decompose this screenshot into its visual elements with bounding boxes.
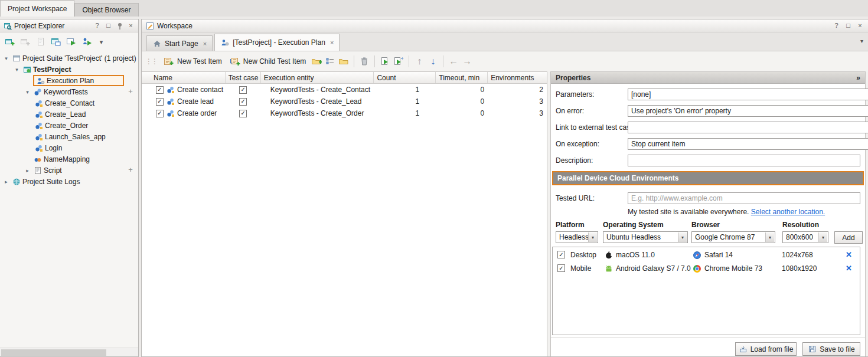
test-case-checkbox[interactable]: ✓ [239, 86, 247, 94]
tree-item-execution-plan[interactable]: Execution Plan [0, 75, 138, 86]
tree-item-namemapping[interactable]: NameMapping [0, 153, 138, 165]
add-existing-item-icon[interactable] [20, 37, 31, 47]
timeout-value[interactable]: 0 [436, 86, 488, 94]
tab-project-workspace[interactable]: Project Workspace [0, 0, 74, 17]
environment-row[interactable]: ✓ Mobile Android Galaxy S7 / 7.0 Chrome … [553, 263, 860, 274]
column-header-name[interactable]: Name [142, 72, 226, 83]
tab-list-chevron-icon[interactable]: ▾ [860, 38, 863, 44]
new-group-folder-icon[interactable] [311, 57, 322, 66]
new-child-test-item-button[interactable]: New Child Test Item [227, 55, 308, 67]
expand-arrow-icon[interactable]: ▸ [24, 168, 31, 173]
browser-dropdown[interactable]: Google Chrome 87▾ [691, 231, 775, 243]
tested-url-input[interactable] [628, 192, 860, 204]
column-header-count[interactable]: Count [374, 72, 436, 83]
scrollbar-thumb[interactable] [1, 349, 106, 356]
move-left-icon[interactable]: ← [448, 56, 459, 67]
move-right-icon[interactable]: → [462, 56, 472, 67]
add-new-item-icon[interactable] [5, 37, 15, 47]
chevron-down-icon[interactable]: ▾ [678, 232, 687, 242]
column-header-test-case[interactable]: Test case [226, 72, 261, 83]
enabled-checkbox[interactable]: ✓ [156, 86, 164, 94]
tab-start-page[interactable]: Start Page × [146, 35, 213, 51]
environment-checkbox[interactable]: ✓ [557, 251, 565, 258]
enabled-checkbox[interactable]: ✓ [156, 98, 164, 106]
horizontal-scrollbar[interactable] [0, 348, 138, 356]
link-external-field[interactable]: ... [628, 122, 868, 133]
add-script-icon[interactable]: + [126, 166, 135, 174]
environment-row[interactable]: ✓ Desktop macOS 11.0 Safari 14 1024x768 … [553, 249, 860, 261]
tab-execution-plan[interactable]: [TestProject] - Execution Plan × [214, 34, 340, 51]
expand-arrow-icon[interactable]: ▾ [2, 55, 10, 61]
platform-dropdown[interactable]: Headless▾ [556, 231, 598, 243]
expand-arrow-icon[interactable]: ▾ [13, 67, 21, 73]
object-browser-icon[interactable] [51, 37, 61, 47]
os-dropdown[interactable]: Ubuntu Headless▾ [603, 231, 688, 243]
tree-item-testproject[interactable]: ▾ TestProject [0, 64, 138, 75]
tree-item-create-lead[interactable]: Create_Lead [0, 109, 138, 120]
tree-item-create-contact[interactable]: Create_Contact [0, 97, 138, 109]
run-selected-item-icon[interactable] [393, 57, 404, 66]
timeout-value[interactable]: 0 [436, 97, 488, 106]
close-tab-icon[interactable]: × [203, 40, 207, 47]
chevron-down-icon[interactable]: ▾ [818, 232, 827, 242]
column-header-execution-entity[interactable]: Execution entity [261, 72, 374, 83]
test-case-checkbox[interactable]: ✓ [239, 110, 247, 117]
run-selected-icon[interactable] [81, 37, 92, 47]
timeout-value[interactable]: 0 [436, 109, 488, 117]
float-icon[interactable]: □ [844, 21, 853, 30]
delete-environment-icon[interactable]: ✕ [846, 250, 852, 259]
toolbar-options-chevron-icon[interactable]: ▾ [97, 38, 106, 47]
select-location-link[interactable]: Select another location. [751, 208, 825, 216]
resolution-dropdown[interactable]: 800x600▾ [782, 231, 828, 243]
help-icon[interactable]: ? [93, 21, 102, 30]
execution-entity[interactable]: KeywordTests - Create_Lead [261, 97, 374, 106]
move-up-icon[interactable]: ↑ [414, 56, 425, 67]
column-header-environments[interactable]: Environments [488, 72, 547, 83]
load-from-file-button[interactable]: Load from file [735, 342, 797, 356]
expand-arrow-icon[interactable]: ▸ [2, 179, 10, 185]
chevron-down-icon[interactable]: ▾ [765, 232, 774, 242]
count-value[interactable]: 1 [374, 109, 436, 117]
close-tab-icon[interactable]: × [330, 39, 334, 46]
move-down-icon[interactable]: ↓ [428, 56, 438, 67]
tree-item-create-order[interactable]: Create_Order [0, 120, 138, 131]
group-folder-icon[interactable] [338, 57, 349, 66]
close-icon[interactable]: × [856, 21, 864, 30]
description-input[interactable] [628, 155, 860, 166]
on-error-dropdown[interactable]: Use project's 'On error' property▾ [628, 105, 868, 117]
float-icon[interactable]: □ [104, 21, 113, 30]
delete-icon[interactable] [359, 57, 370, 66]
close-icon[interactable]: × [126, 21, 135, 30]
save-to-file-button[interactable]: Save to file [802, 342, 860, 356]
enabled-checkbox[interactable]: ✓ [156, 110, 164, 117]
tree-item-login[interactable]: Login [0, 142, 138, 153]
tab-object-browser[interactable]: Object Browser [74, 3, 138, 17]
table-row[interactable]: ✓Create lead ✓ KeywordTests - Create_Lea… [142, 96, 547, 107]
test-case-checkbox[interactable]: ✓ [239, 98, 247, 106]
tree-item-script[interactable]: ▸ Script + [0, 165, 138, 176]
count-value[interactable]: 1 [374, 86, 436, 94]
table-row[interactable]: ✓Create contact ✓ KeywordTests - Create_… [142, 84, 547, 96]
tree-item-keywordtests[interactable]: ▾ KeywordTests + [0, 86, 138, 97]
environments-value[interactable]: 3 [488, 97, 547, 106]
execution-entity[interactable]: KeywordTests - Create_Contact [261, 86, 374, 94]
execution-entity[interactable]: KeywordTests - Create_Order [261, 109, 374, 117]
add-keyword-test-icon[interactable]: + [126, 87, 135, 96]
new-test-item-button[interactable]: New Test Item [161, 55, 224, 67]
add-environment-button[interactable]: Add [834, 231, 863, 244]
export-icon[interactable] [35, 37, 46, 47]
tree-item-project-suite-logs[interactable]: ▸ Project Suite Logs [0, 176, 138, 187]
expand-arrow-icon[interactable]: ▾ [24, 89, 31, 95]
parameters-field[interactable]: [none] [628, 89, 868, 100]
list-view-icon[interactable] [325, 57, 335, 66]
chevron-down-icon[interactable]: ▾ [588, 232, 597, 242]
count-value[interactable]: 1 [374, 97, 436, 106]
column-header-timeout[interactable]: Timeout, min [436, 72, 488, 83]
tree-item-project-suite[interactable]: ▾ Project Suite 'TestProject' (1 project… [0, 53, 138, 64]
execution-plan-highlight[interactable]: Execution Plan [33, 75, 124, 86]
environment-checkbox[interactable]: ✓ [557, 264, 565, 272]
help-icon[interactable]: ? [832, 21, 841, 30]
tree-item-launch-sales-app[interactable]: Launch_Sales_app [0, 131, 138, 142]
on-exception-dropdown[interactable]: Stop current item▾ [628, 138, 868, 150]
pin-icon[interactable] [115, 21, 124, 30]
